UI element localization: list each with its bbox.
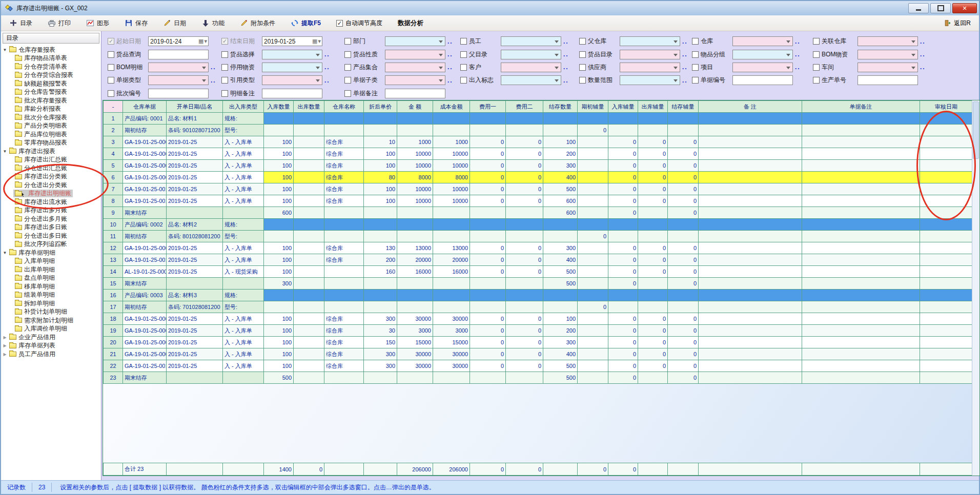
sidebar-item-库存单据明细[interactable]: ▼库存单据明细 [2, 249, 101, 257]
table-row[interactable]: 22GA-19-01-25-00122019-01-25入 - 入库单100综合… [104, 360, 973, 372]
dropdown-field[interactable] [501, 36, 561, 46]
sidebar-item-拆卸单明细[interactable]: 拆卸单明细 [2, 299, 101, 308]
filter-checkbox[interactable] [692, 77, 699, 84]
filter-checkbox[interactable] [460, 77, 467, 84]
filter-checkbox[interactable] [108, 90, 114, 97]
filter-checkbox[interactable] [692, 38, 699, 45]
filter-checkbox[interactable]: ✓ [221, 38, 228, 45]
checkbox-icon[interactable]: ✓ [336, 20, 343, 27]
sidebar-item-库存进出多月账[interactable]: 库存进出多月账 [2, 207, 101, 215]
sidebar-item-员工产品借用[interactable]: ▶员工产品借用 [2, 350, 101, 359]
multiselect-dots[interactable]: .. [563, 38, 569, 45]
sidebar-item-库存物品清单表[interactable]: 库存物品清单表 [2, 54, 101, 63]
multiselect-dots[interactable]: .. [682, 64, 688, 71]
sidebar-item-补货计划单明细[interactable]: 补货计划单明细 [2, 308, 101, 317]
table-row[interactable]: 1产品编码: 0001品名: 材料1规格: [104, 113, 973, 125]
text-field[interactable] [148, 50, 209, 59]
table-row[interactable]: 15期末结存30050000 [104, 278, 973, 290]
toolbar-button-日期[interactable]: 日期 [163, 19, 186, 28]
filter-checkbox[interactable] [344, 38, 351, 45]
table-row[interactable]: 9期末结存60060000 [104, 207, 973, 219]
sidebar-item-库存进出多日账[interactable]: 库存进出多日账 [2, 223, 101, 232]
dropdown-field[interactable] [620, 75, 680, 85]
filter-checkbox[interactable] [221, 90, 228, 97]
column-header[interactable]: 折后单价 [364, 101, 397, 113]
table-row[interactable]: 20GA-19-01-25-00062019-01-25入 - 入库单100综合… [104, 337, 973, 348]
dropdown-field[interactable] [385, 75, 445, 85]
text-field[interactable] [858, 75, 918, 85]
column-header[interactable]: 成本金额 [433, 101, 470, 113]
sidebar-item-分仓存货清单表[interactable]: 分仓存货清单表 [2, 63, 101, 71]
sidebar-item-需求附加计划明细[interactable]: 需求附加计划明细 [2, 316, 101, 325]
date-field[interactable]: 2019-01-24▦ ▾ [148, 36, 209, 46]
sidebar-item-批次分仓库报表[interactable]: 批次分仓库报表 [2, 113, 101, 122]
sidebar-item-移库单明细[interactable]: 移库单明细 [2, 282, 101, 291]
sidebar-item-库存进出明细账[interactable]: 库存进出明细账 [2, 190, 101, 198]
sidebar-item-库存进出分类账[interactable]: 库存进出分类账 [2, 173, 101, 181]
multiselect-dots[interactable]: .. [447, 64, 453, 71]
multiselect-dots[interactable]: .. [211, 77, 216, 84]
filter-checkbox[interactable] [344, 51, 351, 58]
dropdown-field[interactable] [858, 63, 918, 72]
dropdown-field[interactable] [732, 36, 793, 46]
dropdown-field[interactable] [262, 50, 322, 59]
filter-checkbox[interactable] [579, 51, 586, 58]
column-header[interactable]: 费用一 [470, 101, 506, 113]
chevron-right-icon[interactable]: ▶ [2, 343, 8, 348]
dropdown-field[interactable] [501, 75, 561, 85]
filter-checkbox[interactable] [460, 64, 467, 71]
sidebar-item-盘点单明细[interactable]: 盘点单明细 [2, 274, 101, 283]
filter-checkbox[interactable] [460, 38, 467, 45]
filter-checkbox[interactable] [813, 77, 820, 84]
sidebar-item-缺额超额报警表[interactable]: 缺额超额报警表 [2, 79, 101, 88]
filter-checkbox[interactable] [813, 64, 820, 71]
column-header[interactable]: 金 额 [397, 101, 433, 113]
toolbar-button-功能[interactable]: 功能 [201, 19, 224, 28]
column-header[interactable]: 仓库单据 [123, 101, 167, 113]
sidebar-item-库存进出汇总账[interactable]: 库存进出汇总账 [2, 156, 101, 164]
sidebar-item-库存单据列表[interactable]: ▶库存单据列表 [2, 342, 101, 350]
filter-checkbox[interactable] [108, 64, 114, 71]
dropdown-field[interactable] [148, 63, 209, 72]
chevron-down-icon[interactable]: ▼ [2, 149, 8, 154]
sidebar-item-分仓进出多日账[interactable]: 分仓进出多日账 [2, 232, 101, 240]
table-row[interactable]: 2期初结存条码: 901028071200型号:0 [104, 125, 973, 136]
column-header[interactable]: 出入库类型 [223, 101, 264, 113]
text-field[interactable] [732, 75, 793, 85]
column-header[interactable]: 备 注 [699, 101, 802, 113]
multiselect-dots[interactable]: .. [795, 38, 801, 45]
data-analysis-menu[interactable]: 数据分析 [398, 19, 423, 28]
table-row[interactable]: 19GA-19-01-25-00052019-01-25入 - 入库单100综合… [104, 325, 973, 337]
vertical-scrollbar[interactable] [972, 100, 979, 476]
toolbar-button-目录[interactable]: 目录 [9, 19, 32, 28]
multiselect-dots[interactable]: .. [795, 64, 801, 71]
filter-checkbox[interactable] [813, 38, 820, 45]
toolbar-button-打印[interactable]: 打印 [48, 19, 71, 28]
sidebar-item-库存进出报表[interactable]: ▼库存进出报表 [2, 147, 101, 156]
filter-checkbox[interactable] [813, 51, 820, 58]
dropdown-field[interactable] [732, 63, 793, 72]
filter-checkbox[interactable] [579, 77, 586, 84]
table-row[interactable]: 14AL-19-01-25-00012019-01-25入 - 现货采购1001… [104, 266, 973, 278]
table-row[interactable]: 18GA-19-01-25-00042019-01-25入 - 入库单100综合… [104, 313, 973, 325]
chevron-right-icon[interactable]: ▶ [2, 352, 8, 357]
multiselect-dots[interactable]: .. [447, 77, 453, 84]
auto-height-checkbox[interactable]: ✓自动调节高度 [336, 19, 382, 28]
multiselect-dots[interactable]: .. [211, 64, 216, 71]
table-row[interactable]: 12GA-19-01-25-00082019-01-25入 - 入库单100综合… [104, 242, 973, 254]
text-field[interactable] [148, 89, 209, 98]
text-field[interactable] [262, 89, 322, 98]
column-header[interactable]: 结存辅量 [668, 101, 699, 113]
sidebar-item-仓库存量报表[interactable]: ▼仓库存量报表 [2, 46, 101, 54]
sidebar-item-库存进出流水账[interactable]: 库存进出流水账 [2, 198, 101, 207]
dropdown-field[interactable] [262, 75, 322, 85]
multiselect-dots[interactable]: .. [324, 77, 330, 84]
table-row[interactable]: 17期初结存条码: 701028081200型号:0 [104, 301, 973, 313]
toolbar-button-附加条件[interactable]: 附加条件 [240, 19, 275, 28]
multiselect-dots[interactable]: .. [795, 51, 801, 58]
filter-checkbox[interactable] [460, 51, 467, 58]
filter-checkbox[interactable] [344, 90, 351, 97]
table-row[interactable]: 10产品编码: 0002品名: 材料2规格: [104, 219, 973, 231]
dropdown-field[interactable] [262, 63, 322, 72]
table-row[interactable]: 21GA-19-01-25-00092019-01-25入 - 入库单100综合… [104, 348, 973, 360]
